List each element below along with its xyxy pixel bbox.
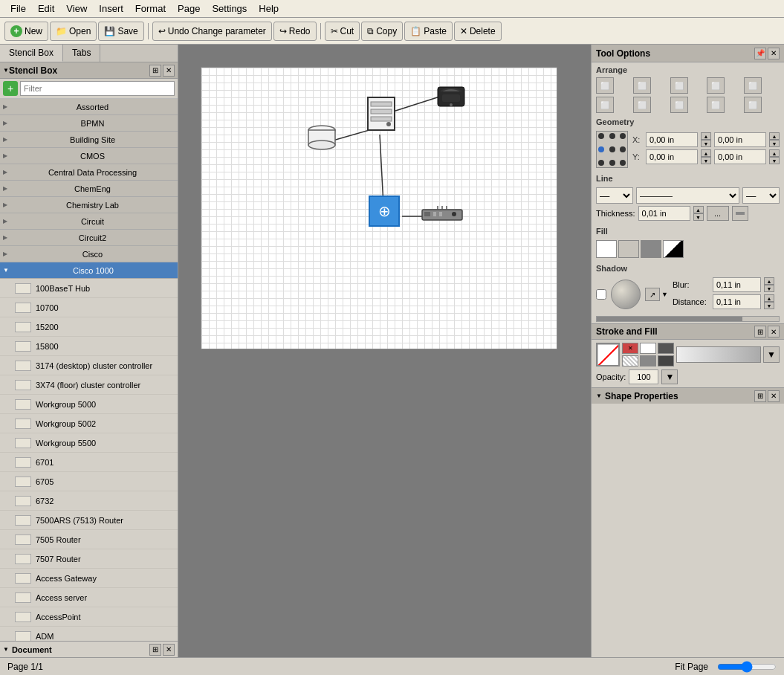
menu-insert[interactable]: Insert: [93, 1, 129, 16]
canvas-modem[interactable]: [421, 206, 463, 225]
line-style-select[interactable]: ————: [636, 187, 739, 204]
add-stencil-button[interactable]: +: [3, 81, 18, 96]
fill-gray-btn[interactable]: [618, 240, 639, 258]
paste-button[interactable]: 📋 Paste: [404, 22, 453, 41]
geo-x-spin-up[interactable]: ▲: [701, 132, 711, 140]
shape-props-close-btn[interactable]: ✕: [768, 390, 780, 402]
line-end-select[interactable]: —: [742, 187, 780, 204]
item-10700[interactable]: 10700: [0, 298, 178, 317]
item-workgroup-5002[interactable]: Workgroup 5002: [0, 414, 178, 433]
arrange-align-middle[interactable]: ⬜: [633, 97, 651, 113]
tab-tabs[interactable]: Tabs: [63, 45, 100, 62]
item-3x74-floor[interactable]: 3X74 (floor) cluster controller: [0, 375, 178, 395]
item-adm[interactable]: ADM: [0, 627, 178, 641]
item-workgroup-5000[interactable]: Workgroup 5000: [0, 395, 178, 414]
thickness-icon-btn[interactable]: [732, 206, 748, 221]
category-circuit[interactable]: ▶ Circuit: [0, 213, 178, 230]
category-central-data[interactable]: ▶ Central Data Processing: [0, 164, 178, 181]
sf-btn-dark[interactable]: [658, 343, 674, 354]
geo-x-spin-down[interactable]: ▼: [701, 140, 711, 147]
opacity-dropdown[interactable]: ▼: [661, 369, 678, 384]
item-access-server[interactable]: Access server: [0, 588, 178, 607]
arrange-distribute-h[interactable]: ⬜: [707, 77, 725, 94]
redo-button[interactable]: ↪ Redo: [273, 22, 317, 41]
fill-white-btn[interactable]: [596, 240, 617, 258]
menu-format[interactable]: Format: [129, 1, 172, 16]
new-button[interactable]: + New: [4, 22, 48, 41]
item-7507-router[interactable]: 7507 Router: [0, 549, 178, 569]
undo-button[interactable]: ↩ Undo Change parameter: [152, 22, 272, 41]
blur-spin-up[interactable]: ▲: [764, 277, 774, 285]
blur-input[interactable]: [713, 277, 761, 292]
geo-y-input[interactable]: [646, 149, 698, 164]
sf-color-dropdown[interactable]: ▼: [763, 346, 780, 363]
category-cmos[interactable]: ▶ CMOS: [0, 148, 178, 164]
copy-button[interactable]: ⧉ Copy: [361, 22, 403, 41]
geo-y2-spin-down[interactable]: ▼: [769, 157, 780, 164]
canvas-area[interactable]: ⊕: [178, 45, 591, 657]
canvas-server[interactable]: [366, 96, 396, 134]
geo-x-input[interactable]: [646, 132, 698, 147]
geo-y-spin-up[interactable]: ▲: [701, 149, 711, 157]
arrange-align-top[interactable]: ⬜: [596, 97, 614, 113]
save-button[interactable]: 💾 Save: [98, 22, 143, 41]
shape-props-settings-btn[interactable]: ⊞: [754, 390, 766, 402]
fill-dark-btn[interactable]: [641, 240, 661, 258]
item-workgroup-5500[interactable]: Workgroup 5500: [0, 433, 178, 453]
item-accesspoint[interactable]: AccessPoint: [0, 607, 178, 627]
stroke-fill-close-btn[interactable]: ✕: [768, 326, 780, 338]
open-button[interactable]: 📁 Open: [50, 22, 97, 41]
category-cisco[interactable]: ▶ Cisco: [0, 246, 178, 262]
shadow-btn1[interactable]: ↗: [645, 288, 660, 301]
line-start-select[interactable]: —: [596, 187, 633, 204]
sf-btn-white[interactable]: [640, 343, 656, 354]
doc-settings-btn[interactable]: ⊞: [149, 644, 161, 656]
canvas-phone[interactable]: [436, 81, 466, 113]
geo-y2-spin-up[interactable]: ▲: [769, 149, 780, 157]
item-access-gateway[interactable]: Access Gateway: [0, 569, 178, 588]
geo-shape-selector[interactable]: [596, 131, 628, 168]
sf-btn-x[interactable]: ✕: [622, 343, 638, 354]
item-15200[interactable]: 15200: [0, 317, 178, 337]
blur-spin-down[interactable]: ▼: [764, 285, 774, 292]
right-scroll[interactable]: [596, 316, 780, 322]
tool-options-pin-btn[interactable]: 📌: [754, 48, 766, 59]
menu-help[interactable]: Help: [253, 1, 285, 16]
geo-x2-input[interactable]: [714, 132, 766, 147]
category-cisco-1000[interactable]: ▼ Cisco 1000: [0, 262, 178, 279]
thickness-spin-down[interactable]: ▼: [693, 213, 704, 221]
geo-y-spin-down[interactable]: ▼: [701, 157, 711, 164]
category-assorted[interactable]: ▶ Assorted: [0, 99, 178, 115]
arrange-distribute-v[interactable]: ⬜: [744, 77, 762, 94]
arrange-align-right[interactable]: ⬜: [670, 77, 688, 94]
arrange-align-bottom[interactable]: ⬜: [670, 97, 688, 113]
distance-spin-down[interactable]: ▼: [764, 302, 774, 309]
item-7500ars[interactable]: 7500ARS (7513) Router: [0, 511, 178, 530]
thickness-input[interactable]: [638, 206, 690, 221]
sf-btn-pattern1[interactable]: [622, 355, 638, 366]
category-circuit2[interactable]: ▶ Circuit2: [0, 230, 178, 246]
canvas-switch[interactable]: ⊕: [369, 196, 400, 229]
sf-color-bar[interactable]: [676, 346, 761, 363]
stencil-settings-btn[interactable]: ⊞: [149, 65, 161, 77]
item-7505-router[interactable]: 7505 Router: [0, 530, 178, 549]
arrange-flip-v[interactable]: ⬜: [744, 97, 762, 113]
distance-spin-up[interactable]: ▲: [764, 294, 774, 302]
tool-options-close-btn[interactable]: ✕: [768, 48, 780, 59]
cut-button[interactable]: ✂ Cut: [325, 22, 360, 41]
filter-input[interactable]: [20, 81, 175, 96]
item-6732[interactable]: 6732: [0, 491, 178, 511]
menu-file[interactable]: File: [4, 1, 32, 16]
item-6701[interactable]: 6701: [0, 453, 178, 472]
sf-btn-pattern2[interactable]: [640, 355, 656, 366]
arrange-flip-h[interactable]: ⬜: [707, 97, 725, 113]
delete-button[interactable]: ✕ Delete: [454, 22, 502, 41]
item-6705[interactable]: 6705: [0, 472, 178, 491]
arrange-align-center-h[interactable]: ⬜: [633, 77, 651, 94]
stroke-fill-swatch[interactable]: [596, 343, 620, 366]
geo-x2-spin-up[interactable]: ▲: [769, 132, 780, 140]
distance-input[interactable]: [713, 294, 761, 309]
canvas-cylinder[interactable]: [305, 124, 338, 153]
fill-pattern-btn[interactable]: [663, 240, 684, 258]
category-bpmn[interactable]: ▶ BPMN: [0, 115, 178, 132]
